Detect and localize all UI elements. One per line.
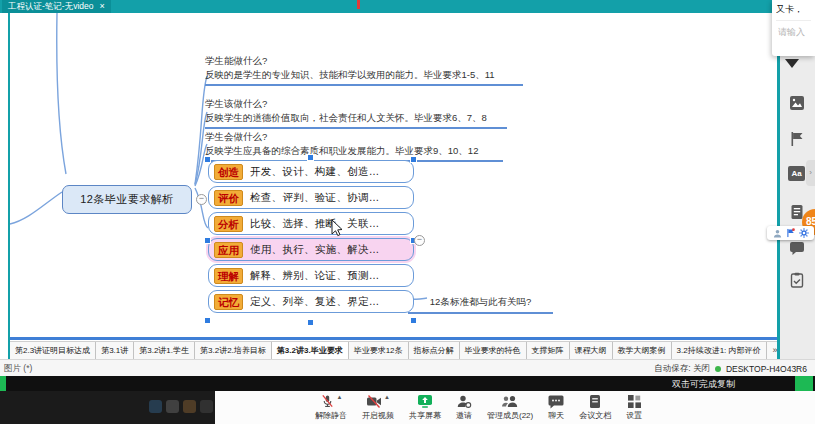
panel-expand-tab[interactable]: › <box>806 160 815 186</box>
invite-button[interactable]: 邀请 <box>456 394 472 421</box>
sheet-tab[interactable]: 第3.2讲2.培养目标 <box>195 342 272 360</box>
bloom-label: 记忆 <box>214 294 243 310</box>
chevron-up-icon[interactable]: ▲ <box>384 394 390 400</box>
document-icon <box>588 394 602 409</box>
document-tab-title: 工程认证-笔记-无video <box>8 0 93 13</box>
screen: 工程认证-笔记-无video × 12条毕业要求解析 学生能做什么? 反映的是学… <box>0 0 815 424</box>
online-dot-icon <box>715 366 721 372</box>
taskbar-icon[interactable] <box>200 400 213 413</box>
flag-alert-icon[interactable] <box>786 228 795 238</box>
sheet-tab-active[interactable]: 第3.2讲3.毕业要求 <box>272 342 349 360</box>
bloom-row-remember[interactable]: 记忆 定义、列举、复述、界定… <box>208 290 414 313</box>
sheet-tab[interactable]: 毕业要求12条 <box>349 342 409 360</box>
bloom-label: 创造 <box>214 164 243 180</box>
mindmap-canvas[interactable]: 12条毕业要求解析 学生能做什么? 反映的是学生的专业知识、技能和学以致用的能力… <box>0 13 815 337</box>
branch-description: 反映的是学生的专业知识、技能和学以致用的能力。毕业要求1-5、11 <box>205 68 523 82</box>
note-node[interactable]: 12条标准都与此有关吗? <box>408 296 553 314</box>
app-titlebar: 工程认证-笔记-无video × <box>0 0 815 13</box>
camera-off-icon <box>366 394 382 409</box>
unmute-button[interactable]: ▲ 解除静音 <box>315 394 347 421</box>
settings-button[interactable]: 设置 <box>626 394 642 421</box>
taskbar-icon[interactable] <box>149 400 162 413</box>
mouse-cursor-icon <box>330 219 344 237</box>
branch-node-can-do[interactable]: 学生能做什么? 反映的是学生的专业知识、技能和学以致用的能力。毕业要求1-5、1… <box>205 54 523 86</box>
bloom-row-apply[interactable]: 应用 使用、执行、实施、解决… <box>208 238 414 261</box>
image-icon[interactable] <box>789 95 805 111</box>
members-icon <box>501 394 519 409</box>
taskbar-icon[interactable] <box>183 400 196 413</box>
sheet-tab[interactable]: 第3.1讲 <box>96 342 134 360</box>
bloom-verbs: 解释、辨别、论证、预测… <box>250 269 380 283</box>
sheet-tab[interactable]: 指标点分解 <box>409 342 460 360</box>
sheet-tab[interactable]: 毕业要求的特色 <box>460 342 527 360</box>
chevron-up-icon[interactable]: ▲ <box>337 394 343 400</box>
bloom-row-create[interactable]: 创造 开发、设计、构建、创造… <box>208 160 414 183</box>
bloom-row-understand[interactable]: 理解 解释、辨别、论证、预测… <box>208 264 414 287</box>
font-style-icon[interactable]: Aa <box>788 166 805 181</box>
selection-handle[interactable] <box>410 317 417 324</box>
chat-bubble-icon <box>548 394 564 409</box>
gear-icon[interactable] <box>799 228 809 238</box>
document-tab[interactable]: 工程认证-笔记-无video × <box>2 0 111 13</box>
branch-question: 学生能做什么? <box>205 54 523 68</box>
chat-overlay-panel: 又卡， <box>772 0 815 56</box>
bloom-row-analyze[interactable]: 分析 比较、选择、推断、关联… <box>208 212 414 235</box>
tab-close-icon[interactable]: × <box>99 0 104 13</box>
sheet-tab[interactable]: 支撑矩阵 <box>527 342 570 360</box>
bloom-taxonomy-group[interactable]: 创造 开发、设计、构建、创造… 评价 检查、评判、验证、协调… 分析 比较、选择… <box>208 160 414 316</box>
chat-button[interactable]: 聊天 <box>548 394 564 421</box>
bloom-verbs: 定义、列举、复述、界定… <box>250 295 380 309</box>
screen-share-icon <box>417 394 433 409</box>
bloom-verbs: 开发、设计、构建、创造… <box>250 165 380 179</box>
chat-input[interactable] <box>776 21 815 38</box>
invite-person-icon <box>456 394 472 409</box>
flag-icon[interactable] <box>789 131 805 147</box>
bloom-verbs: 比较、选择、推断、关联… <box>250 217 380 231</box>
floating-mini-toolbar <box>767 226 814 240</box>
meeting-docs-button[interactable]: 会议文档 <box>579 394 611 421</box>
sheet-tab[interactable]: 3.2持续改进1: 内部评价 <box>672 342 767 360</box>
branch-question: 学生该做什么? <box>205 97 507 111</box>
bloom-row-evaluate[interactable]: 评价 检查、评判、验证、协调… <box>208 186 414 209</box>
sheet-tab[interactable]: 课程大纲 <box>570 342 613 360</box>
clipboard-check-icon[interactable] <box>789 272 805 288</box>
bottom-dock: ▲ 解除静音 ▲ 开启视频 <box>0 391 815 424</box>
collapse-toggle-icon[interactable]: − <box>414 235 425 246</box>
presenter-icon[interactable] <box>773 229 782 238</box>
sheet-tab[interactable]: 第3.2讲1.学生 <box>134 342 195 360</box>
windows-taskbar <box>0 391 215 424</box>
meeting-toolbar: ▲ 解除静音 ▲ 开启视频 <box>215 391 815 424</box>
selection-handle[interactable] <box>204 317 211 324</box>
sheet-tab[interactable]: 教学大纲案例 <box>613 342 672 360</box>
selection-handle[interactable] <box>204 237 211 244</box>
bloom-label: 分析 <box>214 216 243 232</box>
canvas-bottom-rule <box>10 337 777 340</box>
branch-node-will-do[interactable]: 学生会做什么? 反映学生应具备的综合素质和职业发展能力。毕业要求9、10、12 <box>205 130 503 162</box>
microphone-muted-icon <box>320 394 335 409</box>
selection-handle[interactable] <box>204 156 211 163</box>
selection-handle[interactable] <box>410 156 417 163</box>
collapse-toggle-icon[interactable]: − <box>196 194 207 205</box>
taskbar-icon[interactable] <box>166 400 179 413</box>
start-video-button[interactable]: ▲ 开启视频 <box>362 394 394 421</box>
bloom-verbs: 检查、评判、验证、协调… <box>250 191 380 205</box>
apps-grid-icon <box>627 394 642 409</box>
sheet-tab-bar: 第2.3讲证明目标达成 第3.1讲 第3.2讲1.学生 第3.2讲2.培养目标 … <box>10 341 777 360</box>
branch-description: 反映学生的道德价值取向，社会责任和人文关怀。毕业要求6、7、8 <box>205 111 507 125</box>
window-border-left <box>8 13 10 359</box>
bloom-label: 应用 <box>214 242 243 258</box>
sheet-tab[interactable]: 第2.3讲证明目标达成 <box>10 342 96 360</box>
selection-handle[interactable] <box>307 319 314 326</box>
share-screen-button[interactable]: 共享屏幕 <box>409 394 441 421</box>
bloom-label: 理解 <box>214 268 243 284</box>
chevron-down-icon[interactable] <box>785 59 799 68</box>
selection-handle[interactable] <box>307 154 314 161</box>
branch-question: 学生会做什么? <box>205 130 503 144</box>
hint-strip: 双击可完成复制 <box>0 376 815 391</box>
root-node[interactable]: 12条毕业要求解析 <box>62 185 192 214</box>
status-selection: 图片 (*) <box>0 363 32 375</box>
manage-members-button[interactable]: 管理成员(22) <box>487 394 533 421</box>
comment-bubble-icon[interactable] <box>789 240 805 256</box>
green-accent <box>0 376 6 391</box>
branch-node-should-do[interactable]: 学生该做什么? 反映学生的道德价值取向，社会责任和人文关怀。毕业要求6、7、8 <box>205 97 507 129</box>
